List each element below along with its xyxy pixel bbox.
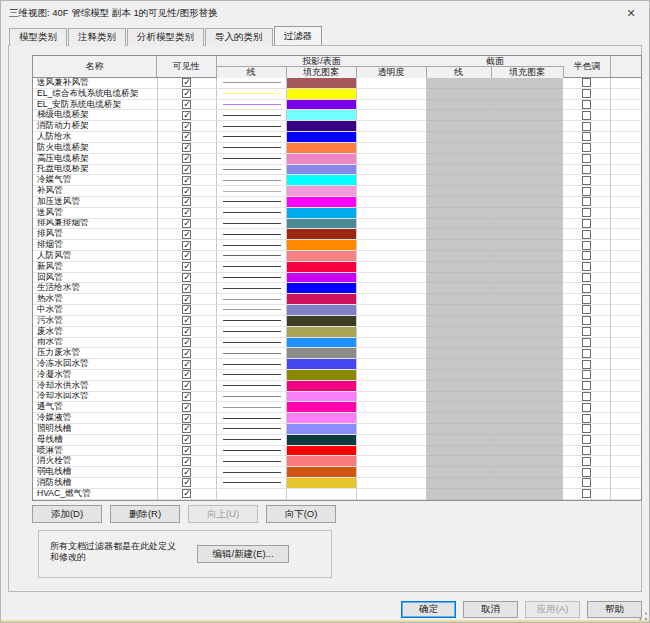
halftone-checkbox[interactable] bbox=[582, 295, 591, 304]
halftone-checkbox[interactable] bbox=[582, 338, 591, 347]
visibility-cell[interactable]: ✓ bbox=[158, 89, 218, 100]
halftone-checkbox[interactable] bbox=[582, 241, 591, 250]
visibility-checkbox[interactable]: ✓ bbox=[182, 197, 191, 206]
visibility-cell[interactable]: ✓ bbox=[158, 338, 218, 349]
projection-line-cell[interactable] bbox=[217, 446, 287, 457]
halftone-checkbox[interactable] bbox=[582, 424, 591, 433]
transparency-cell[interactable] bbox=[357, 294, 427, 305]
projection-line-cell[interactable] bbox=[217, 219, 287, 230]
halftone-cell[interactable] bbox=[563, 338, 611, 349]
halftone-checkbox[interactable] bbox=[582, 327, 591, 336]
projection-line-cell[interactable] bbox=[217, 489, 287, 500]
halftone-cell[interactable] bbox=[563, 208, 611, 219]
transparency-cell[interactable] bbox=[357, 100, 427, 111]
projection-line-cell[interactable] bbox=[217, 273, 287, 284]
visibility-cell[interactable]: ✓ bbox=[158, 283, 218, 294]
visibility-cell[interactable]: ✓ bbox=[158, 316, 218, 327]
visibility-cell[interactable]: ✓ bbox=[158, 229, 218, 240]
halftone-checkbox[interactable] bbox=[582, 100, 591, 109]
halftone-checkbox[interactable] bbox=[582, 111, 591, 120]
halftone-cell[interactable] bbox=[563, 240, 611, 251]
filter-name-cell[interactable]: 冷却水回水管 bbox=[33, 392, 158, 403]
halftone-checkbox[interactable] bbox=[582, 403, 591, 412]
halftone-cell[interactable] bbox=[563, 435, 611, 446]
projection-line-cell[interactable] bbox=[217, 262, 287, 273]
halftone-cell[interactable] bbox=[563, 197, 611, 208]
visibility-cell[interactable]: ✓ bbox=[158, 273, 218, 284]
filter-name-cell[interactable]: 新风管 bbox=[33, 262, 158, 273]
help-button[interactable]: 帮助 bbox=[587, 601, 642, 618]
projection-line-cell[interactable] bbox=[217, 283, 287, 294]
halftone-cell[interactable] bbox=[563, 467, 611, 478]
filter-name-cell[interactable]: 人防风管 bbox=[33, 251, 158, 262]
halftone-cell[interactable] bbox=[563, 154, 611, 165]
projection-line-cell[interactable] bbox=[217, 294, 287, 305]
projection-pattern-cell[interactable] bbox=[287, 262, 357, 273]
transparency-cell[interactable] bbox=[357, 197, 427, 208]
halftone-cell[interactable] bbox=[563, 413, 611, 424]
projection-pattern-cell[interactable] bbox=[287, 208, 357, 219]
visibility-cell[interactable]: ✓ bbox=[158, 402, 218, 413]
projection-line-cell[interactable] bbox=[217, 132, 287, 143]
visibility-checkbox[interactable]: ✓ bbox=[182, 187, 191, 196]
projection-pattern-cell[interactable] bbox=[287, 348, 357, 359]
halftone-checkbox[interactable] bbox=[582, 78, 591, 87]
visibility-checkbox[interactable]: ✓ bbox=[182, 89, 191, 98]
filter-name-cell[interactable]: 热水管 bbox=[33, 294, 158, 305]
filter-name-cell[interactable]: 中水管 bbox=[33, 305, 158, 316]
filter-name-cell[interactable]: 污水管 bbox=[33, 316, 158, 327]
visibility-checkbox[interactable]: ✓ bbox=[182, 392, 191, 401]
projection-pattern-cell[interactable] bbox=[287, 327, 357, 338]
filter-name-cell[interactable]: 防火电缆桥架 bbox=[33, 143, 158, 154]
visibility-checkbox[interactable]: ✓ bbox=[182, 338, 191, 347]
projection-line-cell[interactable] bbox=[217, 165, 287, 176]
projection-pattern-cell[interactable] bbox=[287, 456, 357, 467]
filter-name-cell[interactable]: 高压电缆桥架 bbox=[33, 154, 158, 165]
visibility-cell[interactable]: ✓ bbox=[158, 305, 218, 316]
halftone-checkbox[interactable] bbox=[582, 468, 591, 477]
projection-line-cell[interactable] bbox=[217, 327, 287, 338]
filter-name-cell[interactable]: 消防线槽 bbox=[33, 478, 158, 489]
projection-pattern-cell[interactable] bbox=[287, 78, 357, 89]
visibility-cell[interactable]: ✓ bbox=[158, 240, 218, 251]
halftone-checkbox[interactable] bbox=[582, 219, 591, 228]
projection-pattern-cell[interactable] bbox=[287, 273, 357, 284]
transparency-cell[interactable] bbox=[357, 229, 427, 240]
filter-name-cell[interactable]: EL_安防系统电缆桥架 bbox=[33, 100, 158, 111]
visibility-checkbox[interactable]: ✓ bbox=[182, 403, 191, 412]
projection-line-cell[interactable] bbox=[217, 478, 287, 489]
filter-name-cell[interactable]: 送风兼补风管 bbox=[33, 78, 158, 89]
transparency-cell[interactable] bbox=[357, 143, 427, 154]
visibility-checkbox[interactable]: ✓ bbox=[182, 273, 191, 282]
transparency-cell[interactable] bbox=[357, 78, 427, 89]
projection-pattern-cell[interactable] bbox=[287, 435, 357, 446]
filter-name-cell[interactable]: 母线槽 bbox=[33, 435, 158, 446]
visibility-cell[interactable]: ✓ bbox=[158, 186, 218, 197]
halftone-cell[interactable] bbox=[563, 121, 611, 132]
tab-annotation-categories[interactable]: 注释类别 bbox=[68, 28, 126, 46]
projection-pattern-cell[interactable] bbox=[287, 197, 357, 208]
projection-pattern-cell[interactable] bbox=[287, 219, 357, 230]
transparency-cell[interactable] bbox=[357, 154, 427, 165]
halftone-checkbox[interactable] bbox=[582, 370, 591, 379]
visibility-checkbox[interactable]: ✓ bbox=[182, 360, 191, 369]
cancel-button[interactable]: 取消 bbox=[463, 601, 518, 618]
transparency-cell[interactable] bbox=[357, 424, 427, 435]
projection-pattern-cell[interactable] bbox=[287, 251, 357, 262]
filter-name-cell[interactable]: 排烟管 bbox=[33, 240, 158, 251]
projection-line-cell[interactable] bbox=[217, 435, 287, 446]
projection-pattern-cell[interactable] bbox=[287, 381, 357, 392]
filter-name-cell[interactable]: HVAC_燃气管 bbox=[33, 489, 158, 500]
move-up-button[interactable]: 向上(U) bbox=[188, 505, 258, 523]
transparency-cell[interactable] bbox=[357, 327, 427, 338]
halftone-cell[interactable] bbox=[563, 273, 611, 284]
tab-model-categories[interactable]: 模型类别 bbox=[9, 28, 67, 46]
transparency-cell[interactable] bbox=[357, 305, 427, 316]
halftone-cell[interactable] bbox=[563, 359, 611, 370]
halftone-checkbox[interactable] bbox=[582, 132, 591, 141]
halftone-checkbox[interactable] bbox=[582, 414, 591, 423]
visibility-cell[interactable]: ✓ bbox=[158, 132, 218, 143]
visibility-cell[interactable]: ✓ bbox=[158, 197, 218, 208]
projection-pattern-cell[interactable] bbox=[287, 229, 357, 240]
halftone-checkbox[interactable] bbox=[582, 305, 591, 314]
